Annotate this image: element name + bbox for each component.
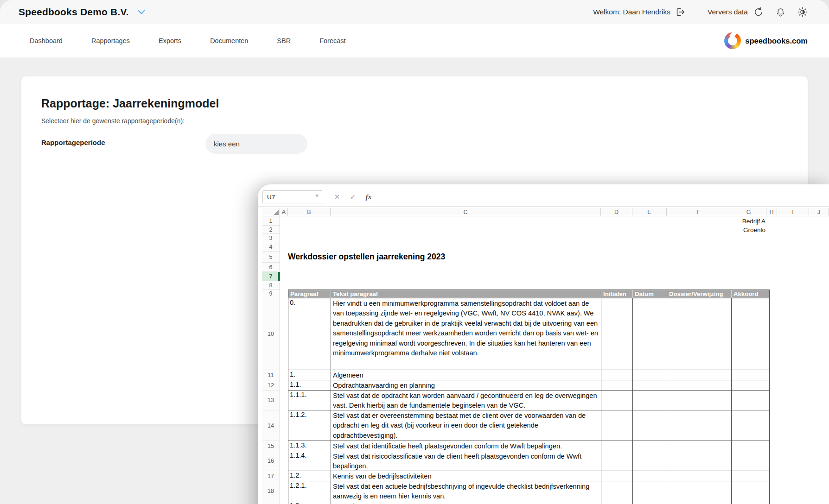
initialen-cell-10[interactable] (601, 298, 633, 370)
initialen-cell-11[interactable] (601, 370, 633, 380)
row-header-9[interactable]: 9 (262, 290, 280, 298)
column-header-f[interactable]: F (667, 208, 731, 216)
dossier-verwijzing-cell-15[interactable] (667, 441, 732, 451)
row-header-14[interactable]: 14 (262, 410, 280, 441)
dossier-verwijzing-cell-11[interactable] (667, 370, 732, 380)
report-period-dropdown[interactable]: kies een (205, 134, 307, 154)
paragraaf-cell-15[interactable]: 1.1.3. (288, 441, 331, 451)
row-header-16[interactable]: 16 (262, 451, 280, 471)
datum-cell-18[interactable] (633, 481, 667, 501)
dossier-verwijzing-cell-17[interactable] (667, 471, 732, 481)
initialen-cell-14[interactable] (601, 410, 633, 441)
paragraaf-cell-11[interactable]: 1. (288, 370, 331, 380)
refresh-icon[interactable] (753, 7, 764, 17)
dossier-verwijzing-cell-12[interactable] (667, 380, 732, 391)
akkoord-cell-17[interactable] (732, 471, 770, 481)
row-header-18[interactable]: 18 (262, 481, 280, 501)
dossier-verwijzing-cell-10[interactable] (667, 298, 732, 370)
column-header-i[interactable]: I (777, 208, 809, 216)
akkoord-cell-11[interactable] (732, 370, 770, 380)
datum-cell-14[interactable] (633, 410, 667, 441)
table-header-akkoord[interactable]: Akkoord (732, 290, 770, 298)
initialen-cell-18[interactable] (601, 481, 633, 501)
nav-item-forecast[interactable]: Forecast (319, 37, 345, 44)
tekst-cell-14[interactable]: Stel vast dat er overeenstemming bestaat… (331, 410, 601, 441)
select-all-corner[interactable] (262, 208, 280, 216)
nav-item-dashboard[interactable]: Dashboard (30, 37, 63, 44)
column-header-g[interactable]: G (731, 208, 766, 216)
datum-cell-11[interactable] (633, 370, 667, 380)
tekst-cell-11[interactable]: Algemeen (331, 370, 601, 380)
datum-cell-10[interactable] (633, 298, 667, 370)
table-header-paragraaf[interactable]: Paragraaf (288, 290, 331, 298)
column-header-j[interactable]: J (809, 208, 829, 216)
row-header-13[interactable]: 13 (262, 391, 280, 410)
formula-bar-input[interactable] (375, 190, 829, 203)
cell-name-box[interactable]: U7 ˅ (262, 190, 322, 203)
refresh-data-label[interactable]: Ververs data (708, 8, 748, 16)
row-header-8[interactable]: 8 (262, 281, 280, 290)
paragraaf-cell-10[interactable]: 0. (288, 298, 331, 370)
column-header-b[interactable]: B (288, 208, 331, 216)
row-header-12[interactable]: 12 (262, 380, 280, 391)
nav-item-rapportages[interactable]: Rapportages (91, 37, 130, 44)
column-header-c[interactable]: C (331, 208, 601, 216)
akkoord-cell-16[interactable] (732, 451, 770, 471)
initialen-cell-12[interactable] (601, 380, 633, 391)
akkoord-cell-10[interactable] (732, 298, 770, 370)
paragraaf-cell-17[interactable]: 1.2. (288, 471, 331, 481)
akkoord-cell-13[interactable] (732, 391, 770, 410)
row-header-1[interactable]: 1 (262, 216, 280, 226)
tekst-cell-15[interactable]: Stel vast dat identificatie heeft plaats… (331, 441, 601, 451)
cell-g1[interactable]: Bedrijf A (731, 216, 766, 226)
paragraaf-cell-12[interactable]: 1.1. (288, 380, 331, 391)
table-header-datum[interactable]: Datum (633, 290, 667, 298)
formula-cancel-icon[interactable]: ✕ (331, 190, 343, 203)
theme-brightness-icon[interactable] (797, 7, 808, 17)
logout-icon[interactable] (675, 7, 685, 17)
akkoord-cell-12[interactable] (732, 380, 770, 391)
tekst-cell-10[interactable]: Hier vindt u een minimumwerkprogramma sa… (331, 298, 601, 370)
row-header-6[interactable]: 6 (262, 263, 280, 272)
row-header-5[interactable]: 5 (262, 252, 280, 263)
datum-cell-17[interactable] (633, 471, 667, 481)
paragraaf-cell-16[interactable]: 1.1.4. (288, 451, 331, 471)
nav-item-documenten[interactable]: Documenten (210, 37, 248, 44)
akkoord-cell-14[interactable] (732, 410, 770, 441)
paragraaf-cell-13[interactable]: 1.1.1. (288, 391, 331, 410)
worksheet-title-cell[interactable]: Werkdossier opstellen jaarrekening 2023 (288, 252, 445, 262)
notifications-bell-icon[interactable] (776, 7, 785, 17)
dossier-verwijzing-cell-18[interactable] (667, 481, 732, 501)
insert-function-icon[interactable]: fx (363, 190, 375, 203)
row-header-10[interactable]: 10 (262, 298, 280, 370)
dossier-verwijzing-cell-13[interactable] (667, 391, 732, 410)
datum-cell-19[interactable] (633, 501, 667, 504)
initialen-cell-17[interactable] (601, 471, 633, 481)
datum-cell-13[interactable] (633, 391, 667, 410)
column-header-e[interactable]: E (632, 208, 667, 216)
tekst-cell-17[interactable]: Kennis van de bedrijfsactiviteiten (331, 471, 601, 481)
tekst-cell-16[interactable]: Stel vast dat risicoclassificatie van de… (331, 451, 601, 471)
tekst-cell-12[interactable]: Opdrachtaanvaarding en planning (331, 380, 601, 391)
row-header-11[interactable]: 11 (262, 370, 280, 380)
dossier-verwijzing-cell-19[interactable] (667, 501, 732, 504)
row-header-7[interactable]: 7 (262, 272, 280, 281)
tekst-cell-19[interactable]: Formele aspecten (331, 501, 601, 504)
paragraaf-cell-14[interactable]: 1.1.2. (288, 410, 331, 441)
cell-g2[interactable]: Groenlo (731, 226, 766, 234)
row-header-17[interactable]: 17 (262, 471, 280, 481)
row-header-3[interactable]: 3 (262, 234, 280, 242)
dossier-verwijzing-cell-14[interactable] (667, 410, 732, 441)
row-header-19[interactable]: 19 (262, 501, 280, 504)
paragraaf-cell-18[interactable]: 1.2.1. (288, 481, 331, 501)
initialen-cell-15[interactable] (601, 441, 633, 451)
column-header-a[interactable]: A (280, 208, 288, 216)
formula-confirm-icon[interactable]: ✓ (347, 190, 359, 203)
table-header-tekst-paragraaf[interactable]: Tekst paragraaf (331, 290, 601, 298)
akkoord-cell-19[interactable] (732, 501, 770, 504)
datum-cell-15[interactable] (633, 441, 667, 451)
table-header-initialen[interactable]: Initialen (601, 290, 633, 298)
company-switcher-chevron-icon[interactable] (137, 9, 146, 15)
initialen-cell-16[interactable] (601, 451, 633, 471)
initialen-cell-13[interactable] (601, 391, 633, 410)
